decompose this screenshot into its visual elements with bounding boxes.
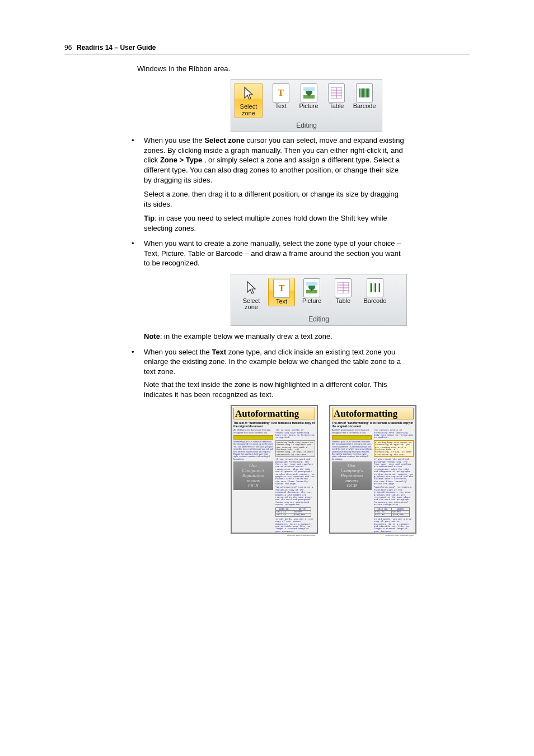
table-icon <box>334 279 352 297</box>
svg-rect-31 <box>377 283 377 292</box>
autoformatting-figure: Autoformatting The aim of "autoformattin… <box>231 405 470 534</box>
page-number: 96 <box>64 44 72 52</box>
af-title-zone-r: Autoformatting <box>332 408 414 419</box>
af-r2c1r: Cell 3A <box>374 514 392 516</box>
ribbon-label-table: Table <box>329 103 344 110</box>
ribbon-btn-picture[interactable]: Picture <box>295 83 323 111</box>
ribbon2-label-table: Table <box>336 298 350 305</box>
af-right-l1: The various levels of formatting have so… <box>275 429 315 439</box>
b1-p2: Select a zone, then drag it to a differe… <box>144 190 399 208</box>
b1-p1d: Zone > Type <box>160 156 202 164</box>
barcode-icon <box>366 279 384 297</box>
bullet-2-note: • Note: in the example below we manually… <box>132 332 470 342</box>
svg-rect-3 <box>303 87 315 91</box>
svg-rect-10 <box>360 88 362 97</box>
picture-icon <box>303 279 321 297</box>
svg-rect-29 <box>374 283 374 292</box>
pointer-icon <box>240 85 257 102</box>
svg-rect-30 <box>375 283 376 292</box>
af-right-l1-r: The various levels of formatting have so… <box>374 429 414 439</box>
svg-rect-20 <box>306 282 317 286</box>
ribbon-editing-1: Select zone T Text <box>231 79 382 132</box>
af-right-l3: "Autoformatting" recreates a facsimile c… <box>275 486 315 506</box>
svg-rect-12 <box>363 88 364 97</box>
svg-rect-27 <box>371 283 372 292</box>
af-footer-small: section two: power to automate repeat <box>233 535 315 536</box>
header-title: Readiris 14 – User Guide <box>77 44 156 52</box>
af-title-text: Autoformatting <box>235 409 313 418</box>
af-subtitle-r: The aim of "autoformatting" is to recrea… <box>332 422 414 428</box>
bullet-1: • When you use the Select zone cursor yo… <box>132 136 470 233</box>
af-subtitle: The aim of "autoformatting" is to recrea… <box>233 422 315 428</box>
ribbon-btn-select-zone[interactable]: Select zone <box>235 83 263 118</box>
ribbon-label-barcode: Barcode <box>353 103 376 110</box>
af-right-box-r: Creating body text means no formatting i… <box>374 440 414 457</box>
bullet-2: • When you want to create a zone manuall… <box>132 239 470 268</box>
af-r2c2r: $100,000 <box>392 514 409 516</box>
ribbon-btn-table[interactable]: Table <box>322 83 350 111</box>
ribbon-btn-barcode[interactable]: Barcode <box>350 83 378 111</box>
ribbon2-btn-text[interactable]: T Text <box>268 278 295 307</box>
svg-rect-16 <box>368 88 369 97</box>
svg-rect-33 <box>379 283 380 292</box>
autofmt-page-right: Autoformatting The aim of "autoformattin… <box>329 405 416 534</box>
af-tail-r: In all words, you get a true copy of you… <box>374 518 414 533</box>
ribbon-label-text: Text <box>275 103 287 110</box>
af-title-text-r: Autoformatting <box>334 409 412 418</box>
af-gray-4r: OCR <box>332 483 372 488</box>
ribbon-group-label-1: Editing <box>235 122 378 129</box>
b3-p1a: When you select the <box>144 348 212 356</box>
ribbon-group-label-2: Editing <box>235 315 403 323</box>
ribbon2-btn-barcode[interactable]: Barcode <box>358 278 392 306</box>
intro-text: Windows in the Ribbon area. <box>137 64 470 73</box>
ribbon-label-picture: Picture <box>299 103 318 110</box>
svg-rect-26 <box>370 283 371 292</box>
svg-rect-15 <box>367 88 368 97</box>
af-graybox-right: Our Company's Reputation means OCR <box>332 461 372 490</box>
ribbon2-label-select-zone: Select zone <box>243 298 260 311</box>
svg-rect-9 <box>359 88 360 97</box>
bullet-dot-icon: • <box>132 136 144 233</box>
b3-note: Note that the text inside the zone is no… <box>144 380 387 399</box>
af-left-l1-r: An OCR process does more than just recog… <box>332 429 372 434</box>
page-header: 96 Readiris 14 – User Guide <box>64 45 470 54</box>
b2-p1: When you want to create a zone manually,… <box>144 239 401 267</box>
autofmt-page-left: Autoformatting The aim of "autoformattin… <box>231 405 318 534</box>
svg-rect-14 <box>366 88 367 97</box>
af-gray-4: OCR <box>233 483 273 488</box>
svg-rect-32 <box>378 283 378 292</box>
af-green-bar-r <box>332 435 372 440</box>
b1-p1a: When you use the <box>144 136 204 144</box>
ribbon2-label-barcode: Barcode <box>364 298 387 305</box>
pointer-icon <box>242 279 260 297</box>
af-tail: In all words, you get a true copy of you… <box>275 518 315 533</box>
ribbon2-btn-picture[interactable]: Picture <box>295 278 329 306</box>
af-right-l2: If you retain the word and paragraph for… <box>275 458 315 485</box>
af-r2c2: $100,000 <box>293 514 311 516</box>
b2-note-b: Note <box>144 332 160 340</box>
af-graybox-left: Our Company's Reputation means OCR <box>233 461 273 490</box>
af-left-l1: An OCR process does more than just recog… <box>233 429 273 434</box>
b3-p1b: Text <box>212 348 226 356</box>
ribbon2-btn-table[interactable]: Table <box>329 278 358 306</box>
ribbon2-btn-select-zone[interactable]: Select zone <box>235 278 268 312</box>
bullet-dot-icon: • <box>132 239 144 268</box>
af-table-r: Cell No.Worth Cell 2AWarden Cell 3A$100,… <box>374 507 410 517</box>
table-icon <box>327 84 345 102</box>
text-icon: T <box>272 84 290 102</box>
af-footer-small-r: section two: power to automate repeat <box>332 535 414 536</box>
ribbon-btn-text[interactable]: T Text <box>267 83 295 111</box>
af-title-zone: Autoformatting <box>233 408 315 419</box>
af-right-box: Creating body text means no formatting i… <box>275 440 315 457</box>
bullet-3: • When you select the Text zone type, an… <box>132 347 470 400</box>
ribbon-editing-2: Select zone T Text <box>231 274 407 326</box>
b2-note: : in the example below we manually drew … <box>160 332 332 340</box>
af-right-l3-r: "Autoformatting" recreates a facsimile c… <box>374 486 414 506</box>
af-green-bar <box>233 435 273 440</box>
ribbon2-label-picture: Picture <box>302 298 321 305</box>
af-right-l2-r: If you retain the word and paragraph for… <box>374 458 414 485</box>
svg-rect-2 <box>308 94 310 96</box>
svg-rect-13 <box>364 88 366 97</box>
svg-rect-28 <box>373 283 373 292</box>
text-icon: T <box>273 279 291 297</box>
